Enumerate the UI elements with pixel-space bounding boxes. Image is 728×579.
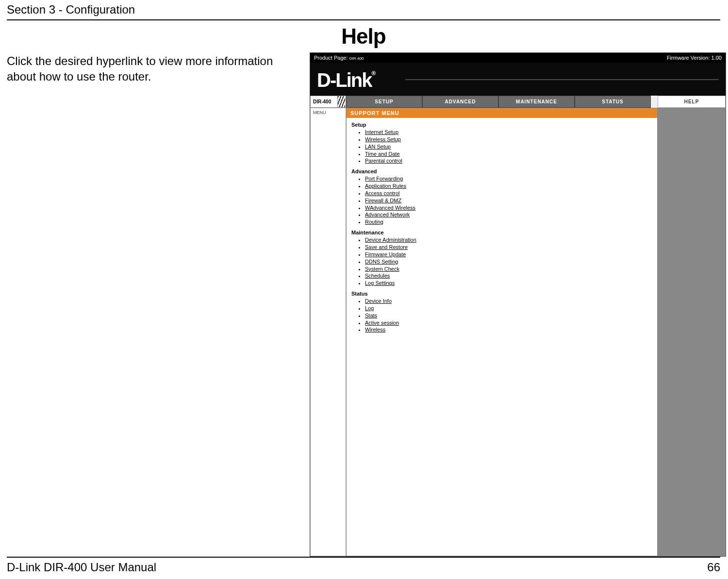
panel-body: Setup Internet Setup Wireless Setup LAN … xyxy=(347,118,657,338)
description-text: Click the desired hyperlink to view more… xyxy=(7,52,303,557)
group-title-status: Status xyxy=(351,291,652,297)
link-log[interactable]: Log xyxy=(365,305,374,311)
link-log-settings[interactable]: Log Settings xyxy=(365,280,395,286)
group-list-status: Device Info Log Stats Active session Wir… xyxy=(351,298,652,333)
link-schedules[interactable]: Schedules xyxy=(365,273,390,279)
router-nav: DIR-400 SETUP ADVANCED MAINTENANCE STATU… xyxy=(310,96,726,108)
footer-manual-title: D-Link DIR-400 User Manual xyxy=(7,561,156,574)
link-device-administration[interactable]: Device Administration xyxy=(365,237,416,243)
link-internet-setup[interactable]: Internet Setup xyxy=(365,129,398,135)
sidebar-menu-label: MENU xyxy=(311,108,346,117)
brand-band: D-Link® xyxy=(310,63,726,96)
footer-page-number: 66 xyxy=(707,561,720,574)
link-routing[interactable]: Routing xyxy=(365,219,383,225)
tab-setup[interactable]: SETUP xyxy=(346,96,422,108)
link-wireless-setup[interactable]: Wireless Setup xyxy=(365,136,401,142)
main-panel: SUPPORT MENU Setup Internet Setup Wirele… xyxy=(346,108,658,556)
nav-model-badge: DIR-400 xyxy=(310,96,346,108)
link-time-date[interactable]: Time and Date xyxy=(365,151,400,157)
hatch-icon xyxy=(337,96,345,107)
link-firewall-dmz[interactable]: Firewall & DMZ xyxy=(365,198,401,203)
link-access-control[interactable]: Access control xyxy=(365,190,400,196)
group-list-setup: Internet Setup Wireless Setup LAN Setup … xyxy=(351,129,652,165)
link-system-check[interactable]: System Check xyxy=(365,266,399,272)
group-list-maintenance: Device Administration Save and Restore F… xyxy=(351,236,652,287)
tab-help[interactable]: HELP xyxy=(658,96,726,108)
router-topbar: Product Page: DIR-400 Firmware Version: … xyxy=(310,53,726,63)
firmware-version: Firmware Version: 1.00 xyxy=(667,55,722,61)
dlink-logo: D-Link® xyxy=(317,69,375,91)
tab-maintenance[interactable]: MAINTENANCE xyxy=(498,96,575,108)
link-advanced-wireless[interactable]: WAdvanced Wireless xyxy=(365,205,415,211)
product-page-model: DIR-400 xyxy=(349,56,364,61)
link-ddns-setting[interactable]: DDNS Setting xyxy=(365,259,398,265)
brand-rule xyxy=(405,79,719,80)
link-application-rules[interactable]: Application Rules xyxy=(365,183,406,189)
section-header: Section 3 - Configuration xyxy=(7,3,720,19)
left-sidebar: MENU xyxy=(310,108,346,556)
link-lan-setup[interactable]: LAN Setup xyxy=(365,144,391,149)
header-rule xyxy=(7,19,720,20)
link-advanced-network[interactable]: Advanced Network xyxy=(365,212,410,217)
group-list-advanced: Port Forwarding Application Rules Access… xyxy=(351,175,652,226)
group-title-advanced: Advanced xyxy=(351,168,652,174)
page-title: Help xyxy=(7,23,720,52)
link-device-info[interactable]: Device Info xyxy=(365,298,392,304)
tab-status[interactable]: STATUS xyxy=(575,96,651,108)
panel-title: SUPPORT MENU xyxy=(347,108,657,118)
link-stats[interactable]: Stats xyxy=(365,313,377,318)
link-save-restore[interactable]: Save and Restore xyxy=(365,244,408,250)
link-port-forwarding[interactable]: Port Forwarding xyxy=(365,176,403,182)
product-page-label: Product Page: xyxy=(314,55,348,61)
router-screenshot: Product Page: DIR-400 Firmware Version: … xyxy=(310,52,726,557)
group-title-maintenance: Maintenance xyxy=(351,230,652,235)
link-wireless[interactable]: Wireless xyxy=(365,327,385,332)
link-active-session[interactable]: Active session xyxy=(365,320,399,326)
group-title-setup: Setup xyxy=(351,122,652,128)
right-sidebar xyxy=(658,108,726,556)
link-firmware-update[interactable]: Firmware Update xyxy=(365,251,406,257)
tab-advanced[interactable]: ADVANCED xyxy=(422,96,498,108)
link-parental-control[interactable]: Parental control xyxy=(365,158,402,164)
